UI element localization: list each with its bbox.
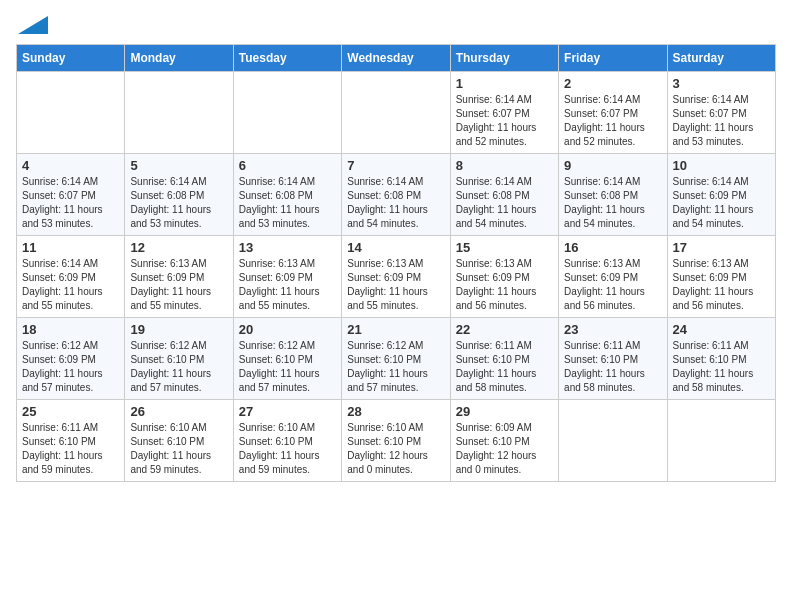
calendar-week-5: 25Sunrise: 6:11 AM Sunset: 6:10 PM Dayli… <box>17 400 776 482</box>
day-info: Sunrise: 6:14 AM Sunset: 6:08 PM Dayligh… <box>130 175 227 231</box>
day-number: 16 <box>564 240 661 255</box>
day-info: Sunrise: 6:14 AM Sunset: 6:07 PM Dayligh… <box>22 175 119 231</box>
calendar-cell: 20Sunrise: 6:12 AM Sunset: 6:10 PM Dayli… <box>233 318 341 400</box>
day-number: 13 <box>239 240 336 255</box>
day-info: Sunrise: 6:11 AM Sunset: 6:10 PM Dayligh… <box>456 339 553 395</box>
calendar-cell: 16Sunrise: 6:13 AM Sunset: 6:09 PM Dayli… <box>559 236 667 318</box>
calendar-cell: 27Sunrise: 6:10 AM Sunset: 6:10 PM Dayli… <box>233 400 341 482</box>
day-number: 6 <box>239 158 336 173</box>
calendar-body: 1Sunrise: 6:14 AM Sunset: 6:07 PM Daylig… <box>17 72 776 482</box>
calendar-cell <box>667 400 775 482</box>
calendar-week-2: 4Sunrise: 6:14 AM Sunset: 6:07 PM Daylig… <box>17 154 776 236</box>
calendar-cell: 6Sunrise: 6:14 AM Sunset: 6:08 PM Daylig… <box>233 154 341 236</box>
day-info: Sunrise: 6:14 AM Sunset: 6:07 PM Dayligh… <box>564 93 661 149</box>
day-info: Sunrise: 6:12 AM Sunset: 6:09 PM Dayligh… <box>22 339 119 395</box>
calendar-cell: 23Sunrise: 6:11 AM Sunset: 6:10 PM Dayli… <box>559 318 667 400</box>
day-number: 20 <box>239 322 336 337</box>
day-number: 25 <box>22 404 119 419</box>
weekday-header-sunday: Sunday <box>17 45 125 72</box>
day-info: Sunrise: 6:14 AM Sunset: 6:09 PM Dayligh… <box>22 257 119 313</box>
logo <box>16 16 48 34</box>
day-info: Sunrise: 6:13 AM Sunset: 6:09 PM Dayligh… <box>239 257 336 313</box>
svg-marker-0 <box>18 16 48 34</box>
day-info: Sunrise: 6:11 AM Sunset: 6:10 PM Dayligh… <box>564 339 661 395</box>
day-number: 26 <box>130 404 227 419</box>
calendar-cell: 12Sunrise: 6:13 AM Sunset: 6:09 PM Dayli… <box>125 236 233 318</box>
day-info: Sunrise: 6:12 AM Sunset: 6:10 PM Dayligh… <box>347 339 444 395</box>
calendar-cell: 1Sunrise: 6:14 AM Sunset: 6:07 PM Daylig… <box>450 72 558 154</box>
day-info: Sunrise: 6:13 AM Sunset: 6:09 PM Dayligh… <box>564 257 661 313</box>
day-number: 24 <box>673 322 770 337</box>
weekday-header-monday: Monday <box>125 45 233 72</box>
weekday-header-friday: Friday <box>559 45 667 72</box>
calendar-cell: 11Sunrise: 6:14 AM Sunset: 6:09 PM Dayli… <box>17 236 125 318</box>
day-info: Sunrise: 6:14 AM Sunset: 6:07 PM Dayligh… <box>456 93 553 149</box>
day-info: Sunrise: 6:14 AM Sunset: 6:08 PM Dayligh… <box>239 175 336 231</box>
calendar-table: SundayMondayTuesdayWednesdayThursdayFrid… <box>16 44 776 482</box>
calendar-cell: 2Sunrise: 6:14 AM Sunset: 6:07 PM Daylig… <box>559 72 667 154</box>
day-info: Sunrise: 6:10 AM Sunset: 6:10 PM Dayligh… <box>239 421 336 477</box>
logo-arrow-icon <box>18 16 48 34</box>
day-info: Sunrise: 6:11 AM Sunset: 6:10 PM Dayligh… <box>22 421 119 477</box>
day-number: 27 <box>239 404 336 419</box>
day-number: 10 <box>673 158 770 173</box>
calendar-header: SundayMondayTuesdayWednesdayThursdayFrid… <box>17 45 776 72</box>
calendar-cell: 26Sunrise: 6:10 AM Sunset: 6:10 PM Dayli… <box>125 400 233 482</box>
calendar-cell: 13Sunrise: 6:13 AM Sunset: 6:09 PM Dayli… <box>233 236 341 318</box>
header <box>16 16 776 34</box>
calendar-cell: 25Sunrise: 6:11 AM Sunset: 6:10 PM Dayli… <box>17 400 125 482</box>
day-number: 29 <box>456 404 553 419</box>
calendar-cell <box>17 72 125 154</box>
calendar-cell: 24Sunrise: 6:11 AM Sunset: 6:10 PM Dayli… <box>667 318 775 400</box>
day-info: Sunrise: 6:11 AM Sunset: 6:10 PM Dayligh… <box>673 339 770 395</box>
weekday-header-tuesday: Tuesday <box>233 45 341 72</box>
day-number: 28 <box>347 404 444 419</box>
day-number: 17 <box>673 240 770 255</box>
day-info: Sunrise: 6:14 AM Sunset: 6:08 PM Dayligh… <box>564 175 661 231</box>
weekday-header-saturday: Saturday <box>667 45 775 72</box>
day-info: Sunrise: 6:10 AM Sunset: 6:10 PM Dayligh… <box>347 421 444 477</box>
calendar-cell: 9Sunrise: 6:14 AM Sunset: 6:08 PM Daylig… <box>559 154 667 236</box>
weekday-header-wednesday: Wednesday <box>342 45 450 72</box>
day-number: 18 <box>22 322 119 337</box>
calendar-cell: 18Sunrise: 6:12 AM Sunset: 6:09 PM Dayli… <box>17 318 125 400</box>
calendar-cell <box>125 72 233 154</box>
calendar-cell: 8Sunrise: 6:14 AM Sunset: 6:08 PM Daylig… <box>450 154 558 236</box>
calendar-cell: 15Sunrise: 6:13 AM Sunset: 6:09 PM Dayli… <box>450 236 558 318</box>
day-number: 12 <box>130 240 227 255</box>
day-number: 7 <box>347 158 444 173</box>
day-info: Sunrise: 6:13 AM Sunset: 6:09 PM Dayligh… <box>673 257 770 313</box>
day-info: Sunrise: 6:14 AM Sunset: 6:08 PM Dayligh… <box>456 175 553 231</box>
day-info: Sunrise: 6:13 AM Sunset: 6:09 PM Dayligh… <box>456 257 553 313</box>
calendar-cell <box>342 72 450 154</box>
day-number: 15 <box>456 240 553 255</box>
calendar-cell: 28Sunrise: 6:10 AM Sunset: 6:10 PM Dayli… <box>342 400 450 482</box>
day-number: 11 <box>22 240 119 255</box>
day-number: 5 <box>130 158 227 173</box>
day-info: Sunrise: 6:14 AM Sunset: 6:09 PM Dayligh… <box>673 175 770 231</box>
day-number: 22 <box>456 322 553 337</box>
day-info: Sunrise: 6:13 AM Sunset: 6:09 PM Dayligh… <box>130 257 227 313</box>
calendar-cell: 17Sunrise: 6:13 AM Sunset: 6:09 PM Dayli… <box>667 236 775 318</box>
calendar-cell: 29Sunrise: 6:09 AM Sunset: 6:10 PM Dayli… <box>450 400 558 482</box>
calendar-cell <box>559 400 667 482</box>
calendar-week-1: 1Sunrise: 6:14 AM Sunset: 6:07 PM Daylig… <box>17 72 776 154</box>
day-info: Sunrise: 6:14 AM Sunset: 6:08 PM Dayligh… <box>347 175 444 231</box>
day-number: 23 <box>564 322 661 337</box>
calendar-cell: 14Sunrise: 6:13 AM Sunset: 6:09 PM Dayli… <box>342 236 450 318</box>
day-number: 8 <box>456 158 553 173</box>
calendar-cell: 7Sunrise: 6:14 AM Sunset: 6:08 PM Daylig… <box>342 154 450 236</box>
day-number: 21 <box>347 322 444 337</box>
calendar-week-3: 11Sunrise: 6:14 AM Sunset: 6:09 PM Dayli… <box>17 236 776 318</box>
day-number: 14 <box>347 240 444 255</box>
day-info: Sunrise: 6:10 AM Sunset: 6:10 PM Dayligh… <box>130 421 227 477</box>
weekday-header-thursday: Thursday <box>450 45 558 72</box>
calendar-cell: 4Sunrise: 6:14 AM Sunset: 6:07 PM Daylig… <box>17 154 125 236</box>
day-number: 3 <box>673 76 770 91</box>
calendar-week-4: 18Sunrise: 6:12 AM Sunset: 6:09 PM Dayli… <box>17 318 776 400</box>
calendar-cell: 5Sunrise: 6:14 AM Sunset: 6:08 PM Daylig… <box>125 154 233 236</box>
day-info: Sunrise: 6:12 AM Sunset: 6:10 PM Dayligh… <box>130 339 227 395</box>
calendar-cell: 19Sunrise: 6:12 AM Sunset: 6:10 PM Dayli… <box>125 318 233 400</box>
calendar-cell: 21Sunrise: 6:12 AM Sunset: 6:10 PM Dayli… <box>342 318 450 400</box>
day-info: Sunrise: 6:14 AM Sunset: 6:07 PM Dayligh… <box>673 93 770 149</box>
